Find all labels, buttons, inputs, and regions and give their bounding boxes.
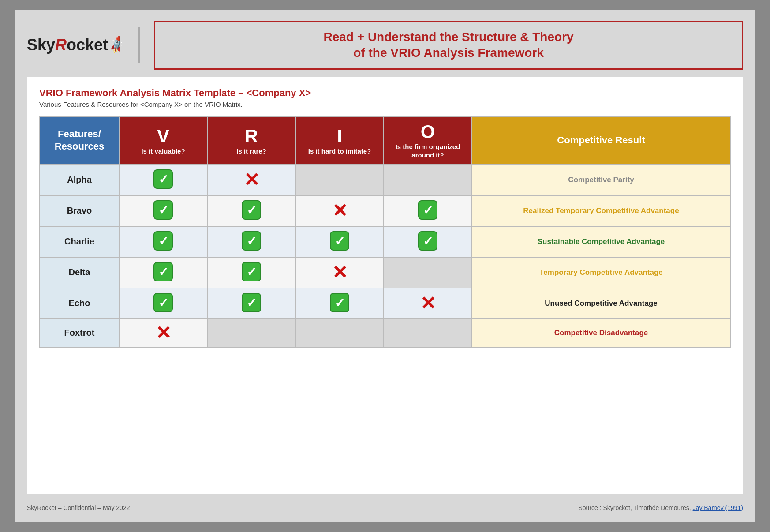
row-competitive-result: Competitive Parity: [472, 165, 730, 195]
table-cell: [119, 257, 207, 288]
row-competitive-result: Realized Temporary Competitive Advantage: [472, 195, 730, 226]
table-cell: [207, 226, 295, 257]
table-cell: ✕: [295, 257, 384, 288]
table-cell: [295, 319, 384, 347]
header-row: Features/ Resources V Is it valuable? R …: [40, 116, 730, 165]
vrio-table: Features/ Resources V Is it valuable? R …: [39, 116, 731, 348]
cross-icon: ✕: [244, 171, 259, 189]
row-feature-name: Bravo: [40, 195, 119, 226]
header-divider: [138, 27, 140, 63]
matrix-subtitle: Various Features & Resources for <Compan…: [39, 101, 731, 108]
check-icon: [242, 200, 261, 220]
table-cell: ✕: [119, 319, 207, 347]
logo-sky: Sky: [27, 36, 55, 54]
th-v: V Is it valuable?: [119, 116, 207, 165]
check-icon: [153, 293, 173, 312]
table-cell: [207, 195, 295, 226]
table-cell: [119, 226, 207, 257]
logo: SkyRocket🚀: [27, 36, 124, 54]
check-icon: [242, 231, 261, 251]
footer-link[interactable]: Jay Barney (1991): [693, 504, 743, 511]
table-cell: [295, 165, 384, 195]
check-icon: [153, 169, 173, 189]
row-feature-name: Alpha: [40, 165, 119, 195]
table-cell: [207, 257, 295, 288]
logo-rocket: ocket: [67, 36, 108, 54]
table-row: Delta✕Temporary Competitive Advantage: [40, 257, 730, 288]
table-cell: [119, 288, 207, 319]
logo-r: R: [55, 36, 67, 54]
th-i: I Is it hard to imitate?: [295, 116, 384, 165]
table-cell: [384, 195, 472, 226]
table-cell: [295, 226, 384, 257]
row-feature-name: Charlie: [40, 226, 119, 257]
table-cell: [295, 288, 384, 319]
row-feature-name: Echo: [40, 288, 119, 319]
table-cell: [119, 195, 207, 226]
check-icon: [330, 293, 349, 312]
table-cell: ✕: [295, 195, 384, 226]
table-cell: [384, 226, 472, 257]
cross-icon: ✕: [420, 294, 436, 313]
row-competitive-result: Competitive Disadvantage: [472, 319, 730, 347]
table-cell: ✕: [207, 165, 295, 195]
th-o: O Is the firm organized around it?: [384, 116, 472, 165]
row-competitive-result: Temporary Competitive Advantage: [472, 257, 730, 288]
content-area: VRIO Framework Analysis Matrix Template …: [27, 77, 743, 494]
table-cell: [384, 319, 472, 347]
table-cell: [119, 165, 207, 195]
check-icon: [418, 231, 437, 251]
check-icon: [153, 231, 173, 251]
header-title: Read + Understand the Structure & Theory…: [173, 29, 724, 61]
row-competitive-result: Unused Competitive Advantage: [472, 288, 730, 319]
table-row: Echo✕Unused Competitive Advantage: [40, 288, 730, 319]
table-cell: [384, 257, 472, 288]
table-cell: [384, 165, 472, 195]
check-icon: [242, 293, 261, 312]
check-icon: [153, 200, 173, 220]
rocket-icon: 🚀: [106, 35, 127, 55]
table-cell: [207, 319, 295, 347]
header: SkyRocket🚀 Read + Understand the Structu…: [27, 21, 743, 70]
cross-icon: ✕: [332, 202, 348, 220]
cross-icon: ✕: [156, 324, 171, 342]
footer: SkyRocket – Confidential – May 2022 Sour…: [27, 501, 743, 511]
th-r: R Is it rare?: [207, 116, 295, 165]
table-row: Bravo✕Realized Temporary Competitive Adv…: [40, 195, 730, 226]
check-icon: [418, 200, 437, 220]
footer-source: Source : Skyrocket, Timothée Demoures, J…: [578, 504, 743, 511]
check-icon: [153, 262, 173, 281]
th-result: Competitive Result: [472, 116, 730, 165]
table-row: Alpha✕Competitive Parity: [40, 165, 730, 195]
page: SkyRocket🚀 Read + Understand the Structu…: [15, 10, 755, 522]
check-icon: [330, 231, 349, 251]
cross-icon: ✕: [332, 263, 348, 282]
header-title-box: Read + Understand the Structure & Theory…: [154, 21, 743, 70]
check-icon: [242, 262, 261, 281]
table-row: Foxtrot✕Competitive Disadvantage: [40, 319, 730, 347]
row-feature-name: Foxtrot: [40, 319, 119, 347]
table-cell: ✕: [384, 288, 472, 319]
matrix-title: VRIO Framework Analysis Matrix Template …: [39, 87, 731, 99]
table-row: CharlieSustainable Competitive Advantage: [40, 226, 730, 257]
row-feature-name: Delta: [40, 257, 119, 288]
th-features: Features/ Resources: [40, 116, 119, 165]
footer-left: SkyRocket – Confidential – May 2022: [27, 504, 130, 511]
table-cell: [207, 288, 295, 319]
row-competitive-result: Sustainable Competitive Advantage: [472, 226, 730, 257]
